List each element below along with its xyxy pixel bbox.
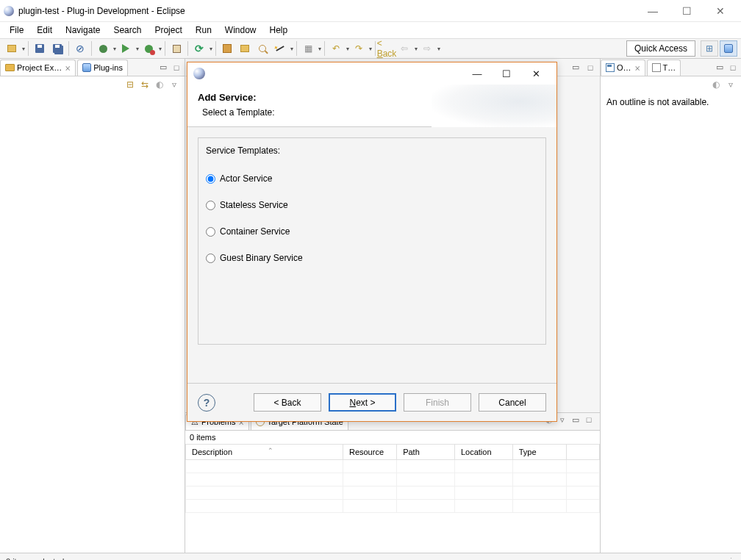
back-button[interactable]: < Back <box>379 40 395 57</box>
radio-input[interactable] <box>206 201 215 210</box>
nav-dropdown[interactable]: ▾ <box>317 46 322 52</box>
prev-annotation-dropdown[interactable]: ▾ <box>345 46 350 52</box>
folder-icon <box>5 64 15 71</box>
wand-dropdown[interactable]: ▾ <box>289 46 294 52</box>
tab-project-explorer[interactable]: Project Ex… ⨯ <box>0 60 76 76</box>
problems-count: 0 items <box>185 431 600 444</box>
run-last-dropdown[interactable]: ▾ <box>157 46 162 52</box>
collapse-all-icon[interactable]: ⊟ <box>124 79 136 90</box>
debug-dropdown[interactable]: ▾ <box>112 46 117 52</box>
dialog-titlebar[interactable]: — ☐ ✕ <box>187 62 556 85</box>
menu-window[interactable]: Window <box>218 24 263 37</box>
separator <box>375 41 376 56</box>
menu-run[interactable]: Run <box>189 24 218 37</box>
menu-search[interactable]: Search <box>107 24 148 37</box>
next-annotation-button[interactable]: ↷ <box>351 40 367 57</box>
window-maximize-button[interactable]: ☐ <box>670 0 704 22</box>
view-menu-icon[interactable]: ▿ <box>168 79 180 90</box>
nav-button[interactable]: ▦ <box>300 40 316 57</box>
radio-input[interactable] <box>206 254 215 263</box>
menu-file[interactable]: File <box>3 24 30 37</box>
back-history-dropdown[interactable]: ▾ <box>413 46 418 52</box>
search-button[interactable] <box>254 40 271 57</box>
open-task-button[interactable] <box>237 40 253 57</box>
back-history-button[interactable]: ⇦ <box>396 40 412 57</box>
problems-minimize-button[interactable]: ▭ <box>570 414 581 425</box>
save-all-button[interactable] <box>49 40 65 57</box>
debug-button[interactable] <box>95 40 111 57</box>
next-annotation-dropdown[interactable]: ▾ <box>368 46 373 52</box>
outline-maximize-button[interactable]: □ <box>728 62 738 73</box>
cancel-button[interactable]: Cancel <box>479 393 546 412</box>
run-last-button[interactable] <box>140 40 157 57</box>
menubar: File Edit Navigate Search Project Run Wi… <box>0 22 741 38</box>
new-button[interactable] <box>4 40 20 57</box>
outline-focus-icon[interactable]: ◐ <box>710 79 722 90</box>
radio-input[interactable] <box>206 227 215 237</box>
open-perspective-button[interactable]: ⊞ <box>701 40 718 57</box>
tab-label: T… <box>663 63 676 72</box>
menu-navigate[interactable]: Navigate <box>59 24 107 37</box>
run-button[interactable] <box>118 40 134 57</box>
separator <box>324 41 325 56</box>
col-path[interactable]: Path <box>397 445 455 460</box>
skip-breakpoints-button[interactable]: ⊘ <box>72 40 88 57</box>
open-type-button[interactable] <box>219 40 235 57</box>
dialog-minimize-button[interactable]: — <box>462 64 492 83</box>
maximize-view-button[interactable]: □ <box>171 62 182 73</box>
tab-close-icon[interactable]: ⨯ <box>634 64 640 72</box>
radio-label: Guest Binary Service <box>220 253 303 263</box>
refresh-button[interactable]: ⟳ <box>191 40 207 57</box>
table-row <box>186 473 600 487</box>
focus-task-icon[interactable]: ◐ <box>154 79 165 90</box>
tab-plugins[interactable]: Plug-ins <box>77 60 128 76</box>
eclipse-icon <box>193 68 205 79</box>
radio-guest-binary-service[interactable]: Guest Binary Service <box>206 253 538 263</box>
wand-button[interactable] <box>272 40 288 57</box>
menu-help[interactable]: Help <box>263 24 295 37</box>
tab-label: Plug-ins <box>93 63 123 72</box>
outline-toolbar: ◐ ▿ <box>601 76 741 93</box>
dialog-body: Service Templates: Actor Service Statele… <box>187 127 556 383</box>
help-button[interactable]: ? <box>198 394 215 412</box>
save-button[interactable] <box>32 40 48 57</box>
col-resource[interactable]: Resource <box>343 445 396 460</box>
plugin-perspective-button[interactable] <box>720 40 737 57</box>
next-button[interactable]: Next > <box>329 393 396 412</box>
new-plugin-button[interactable] <box>168 40 185 57</box>
tab-tasks[interactable]: T… <box>647 60 681 76</box>
new-dropdown[interactable]: ▾ <box>21 46 26 52</box>
project-explorer-body <box>0 93 185 553</box>
radio-actor-service[interactable]: Actor Service <box>206 173 538 184</box>
col-location[interactable]: Location <box>454 445 512 460</box>
tab-outline[interactable]: O… ⨯ <box>601 60 645 76</box>
window-close-button[interactable]: ✕ <box>704 0 737 22</box>
window-minimize-button[interactable]: — <box>636 0 670 22</box>
radio-stateless-service[interactable]: Stateless Service <box>206 200 538 210</box>
editor-maximize-button[interactable]: □ <box>585 62 595 73</box>
quick-access[interactable]: Quick Access <box>626 40 695 57</box>
radio-container-service[interactable]: Container Service <box>206 226 538 237</box>
problems-menu-icon[interactable]: ▿ <box>557 414 568 425</box>
forward-button[interactable]: ⇨ <box>419 40 435 57</box>
minimize-view-button[interactable]: ▭ <box>158 62 168 73</box>
tab-close-icon[interactable]: ⨯ <box>65 64 71 72</box>
dialog-maximize-button[interactable]: ☐ <box>492 64 521 83</box>
outline-menu-icon[interactable]: ▿ <box>725 79 737 90</box>
run-dropdown[interactable]: ▾ <box>135 46 140 52</box>
radio-input[interactable] <box>206 174 215 184</box>
col-type[interactable]: Type <box>512 445 566 460</box>
prev-annotation-button[interactable]: ↶ <box>328 40 344 57</box>
refresh-dropdown[interactable]: ▾ <box>208 46 213 52</box>
separator <box>68 41 69 56</box>
editor-minimize-button[interactable]: ▭ <box>570 62 581 73</box>
dialog-close-button[interactable]: ✕ <box>521 64 551 83</box>
outline-minimize-button[interactable]: ▭ <box>715 62 725 73</box>
menu-project[interactable]: Project <box>148 24 188 37</box>
menu-edit[interactable]: Edit <box>30 24 59 37</box>
forward-dropdown[interactable]: ▾ <box>436 46 441 52</box>
back-button[interactable]: < Back <box>254 393 321 412</box>
link-editor-icon[interactable]: ⇆ <box>139 79 151 90</box>
problems-maximize-button[interactable]: □ <box>584 414 594 425</box>
col-description[interactable]: Description⌃ <box>186 445 343 460</box>
